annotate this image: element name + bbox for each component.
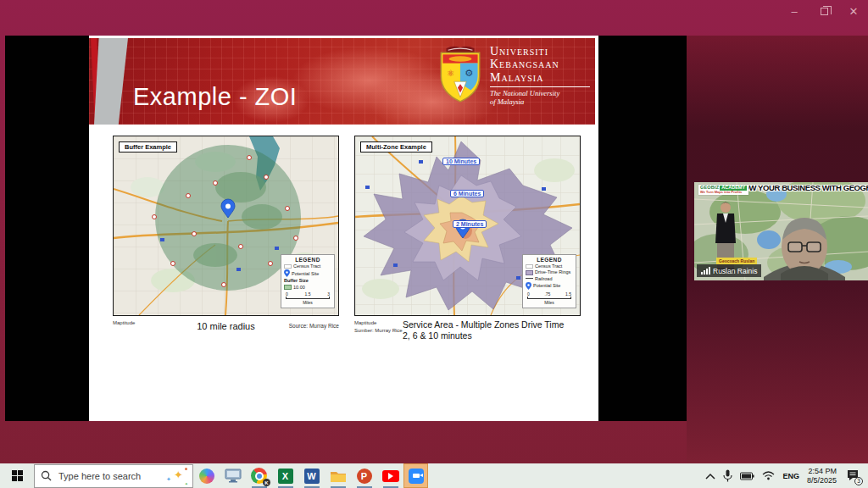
source-line: Sumber: Murray Rice: [354, 327, 403, 335]
taskbar-word[interactable]: W: [298, 463, 325, 488]
excel-icon: X: [278, 469, 293, 484]
legend-label: Potential Site: [533, 283, 560, 288]
desktop: – ✕ Example - ZOI ⚙: [0, 0, 868, 488]
minimize-button[interactable]: –: [788, 5, 800, 17]
search-icon: [41, 470, 52, 481]
svg-text:⚛: ⚛: [447, 69, 454, 78]
pin-icon: [526, 282, 531, 290]
zone-label-6min: 6 Minutes: [450, 190, 484, 197]
taskbar-clock[interactable]: 2:54 PM 8/5/2025: [807, 467, 837, 485]
geobiz-academy-logo: GEOBIZ ACADEMY We Turn Maps into Profits: [698, 185, 748, 195]
ukm-crest-icon: ⚙ ⚛: [437, 45, 483, 104]
notification-count-badge: 3: [854, 477, 863, 485]
map-attribution: Maptitude: [113, 319, 135, 327]
copilot-icon: [199, 469, 214, 484]
chevron-up-icon[interactable]: [705, 473, 715, 480]
buffer-legend: LEGEND Census Tract Potential Site Buffe…: [281, 254, 335, 308]
youtube-icon: [382, 470, 399, 482]
buffer-example-map: Buffer Example LEGEND Census Tract Poten…: [113, 136, 339, 316]
figure-caption: Service Area - Multiple Zones Drive Time…: [403, 318, 570, 341]
participant-name: Ruslan Rainis: [713, 267, 757, 275]
webcam-video-tile[interactable]: GROW YOUR BUSINESS WITH GEOGRAPHY GEOBIZ…: [694, 182, 868, 280]
powerpoint-icon: P: [357, 469, 372, 484]
scale-tick: 3: [327, 291, 330, 297]
scale-tick: 1.5: [565, 291, 571, 297]
slide-banner: Example - ZOI ⚙ ⚛ Universiti Kebangsa: [89, 38, 595, 125]
language-indicator[interactable]: ENG: [782, 472, 799, 480]
close-button[interactable]: ✕: [848, 5, 860, 17]
taskbar: Type here to search ✦✦✦ K X W: [0, 463, 868, 488]
taskbar-task-view[interactable]: [220, 463, 246, 488]
microphone-icon[interactable]: [723, 469, 732, 482]
pin-icon: [284, 269, 290, 277]
clock-time: 2:54 PM: [807, 467, 837, 476]
clock-date: 8/5/2025: [807, 476, 837, 485]
minimize-icon: –: [791, 5, 797, 18]
scale-bar: 0 .75 1.5 Miles: [526, 291, 573, 305]
webcam-banner-text: GROW YOUR BUSINESS WITH GEOGRAPHY: [732, 183, 867, 192]
legend-label: Potential Site: [292, 271, 319, 276]
restore-icon: [821, 8, 828, 15]
university-name-line: Malaysia: [490, 71, 590, 84]
action-center-button[interactable]: 3: [844, 468, 861, 485]
scale-unit: Miles: [526, 300, 573, 305]
legend-label: Census Tract: [293, 263, 320, 269]
ukm-wordmark: Universiti Kebangsaan Malaysia The Natio…: [490, 45, 590, 107]
coach-badge: Geocoach Ruslan: [716, 258, 757, 264]
wifi-icon[interactable]: [762, 471, 775, 480]
taskbar-youtube[interactable]: [377, 463, 403, 488]
svg-text:⚙: ⚙: [465, 68, 473, 78]
scale-tick: 1.5: [305, 291, 311, 297]
buffer-swatch: [284, 285, 292, 290]
taskbar-copilot[interactable]: [193, 463, 220, 488]
scale-tick: .75: [544, 291, 550, 297]
attribution-line: Maptitude: [354, 319, 403, 327]
multizone-caption-row: Maptitude Sumber: Murray Rice Service Ar…: [354, 318, 581, 341]
start-button[interactable]: [0, 463, 34, 488]
legend-title: LEGEND: [526, 257, 573, 263]
taskbar-powerpoint[interactable]: P: [351, 463, 377, 488]
taskbar-search[interactable]: Type here to search ✦✦✦: [34, 464, 193, 488]
legend-heading: Buffer Size: [284, 278, 309, 283]
university-subtitle-line: of Malaysia: [490, 97, 590, 106]
university-name-line: Kebangsaan: [490, 58, 590, 70]
windows-logo-icon: [12, 470, 23, 481]
legend-label: Drive-Time Rings: [535, 269, 570, 274]
chrome-profile-badge: K: [263, 479, 270, 486]
multizone-legend: LEGEND Census Tract Drive-Time Rings Rai…: [522, 254, 576, 308]
speaker-headshot: [764, 214, 845, 280]
taskbar-excel[interactable]: X: [272, 463, 298, 488]
census-tract-swatch: [284, 264, 292, 269]
scale-tick: 0: [286, 291, 288, 297]
map-attribution: Maptitude Sumber: Murray Rice: [354, 319, 403, 335]
taskbar-file-explorer[interactable]: [325, 463, 351, 488]
word-icon: W: [304, 469, 320, 484]
slide-title: Example - ZOI: [133, 83, 297, 111]
legend-title: LEGEND: [284, 257, 331, 263]
system-tray: ENG 2:54 PM 8/5/2025 3: [705, 467, 868, 485]
battery-icon[interactable]: [740, 472, 754, 480]
search-placeholder: Type here to search: [58, 471, 141, 481]
participant-nametag: Ruslan Rainis: [697, 264, 761, 277]
taskbar-chrome[interactable]: K: [246, 463, 272, 488]
logo-tagline: We Turn Maps into Profits: [700, 191, 747, 194]
close-icon: ✕: [849, 5, 859, 18]
presentation-slide: Example - ZOI ⚙ ⚛ Universiti Kebangsa: [89, 36, 598, 421]
university-subtitle-line: The National University: [490, 89, 590, 97]
ukm-logo: ⚙ ⚛ Universiti Kebangsaan Malaysia The N…: [437, 45, 590, 107]
scale-bar: 0 1.5 3 Miles: [284, 291, 331, 305]
census-tract-swatch: [526, 264, 533, 269]
map-title-box: Buffer Example: [119, 141, 177, 152]
restore-button[interactable]: [818, 5, 830, 17]
university-name-line: Universiti: [490, 45, 590, 58]
railroad-swatch: [526, 278, 533, 279]
taskbar-zoom-active[interactable]: [403, 463, 428, 488]
multi-zone-example-map: Multi-Zone Example 10 Minutes 6 Minutes …: [354, 136, 581, 316]
folder-icon: [330, 469, 347, 483]
zone-label-2min: 2 Minutes: [453, 220, 487, 228]
logo-divider: [490, 86, 590, 87]
scale-tick: 0: [527, 291, 530, 297]
scale-unit: Miles: [284, 300, 331, 305]
zone-label-10min: 10 Minutes: [442, 158, 480, 165]
legend-label: Census Tract: [535, 263, 562, 269]
